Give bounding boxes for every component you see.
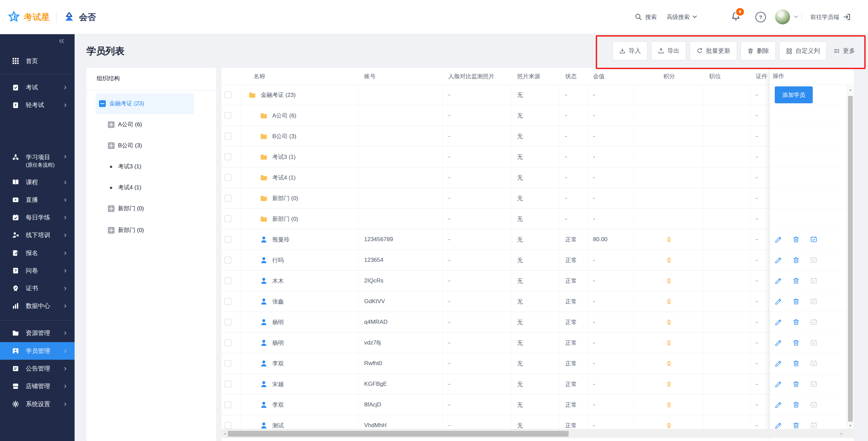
sidebar-collapse-icon[interactable] — [59, 35, 64, 46]
certificate-check-icon[interactable] — [810, 277, 817, 285]
sidebar-item-announcement[interactable]: 公告管理 — [0, 360, 75, 377]
points-link[interactable]: 0 — [667, 257, 670, 264]
tree-node-exam4[interactable]: 考试4 (1) — [86, 177, 216, 198]
delete-icon[interactable] — [792, 380, 800, 388]
edit-icon[interactable] — [775, 401, 782, 408]
points-link[interactable]: 0 — [667, 298, 670, 305]
advanced-search-button[interactable]: 高级搜索 — [667, 0, 697, 34]
collapse-node-icon[interactable] — [99, 100, 106, 107]
row-checkbox[interactable] — [224, 339, 231, 346]
scroll-down-icon[interactable] — [847, 422, 854, 429]
row-checkbox[interactable] — [224, 422, 231, 429]
sidebar-item-certificate[interactable]: 证书 — [0, 279, 75, 297]
student-portal-link[interactable]: 前往学员端 — [810, 0, 851, 34]
vertical-scrollbar[interactable] — [847, 85, 854, 429]
tree-node-finance[interactable]: 金融考证 (23) — [86, 93, 216, 114]
sidebar-item-shop[interactable]: 店铺管理 — [0, 377, 75, 395]
sidebar-item-light-exam[interactable]: 轻考试 — [0, 96, 75, 114]
row-checkbox[interactable] — [224, 91, 231, 98]
scroll-up-icon[interactable] — [847, 86, 854, 93]
delete-icon[interactable] — [792, 277, 800, 285]
delete-button[interactable]: 删除 — [741, 41, 776, 60]
delete-icon[interactable] — [792, 401, 800, 408]
sidebar-item-survey[interactable]: ? 问卷 — [0, 262, 75, 279]
sidebar-item-data-center[interactable]: 数据中心 — [0, 297, 75, 315]
row-checkbox[interactable] — [224, 360, 231, 367]
expand-node-icon[interactable] — [108, 227, 115, 234]
points-link[interactable]: 0 — [667, 360, 670, 367]
points-link[interactable]: 0 — [667, 339, 670, 346]
vertical-scrollbar-thumb[interactable] — [848, 96, 853, 422]
row-checkbox[interactable] — [224, 298, 231, 305]
row-checkbox[interactable] — [224, 133, 231, 140]
expand-node-icon[interactable] — [108, 121, 115, 128]
more-button[interactable]: 更多 — [830, 41, 859, 60]
delete-icon[interactable] — [792, 298, 800, 305]
sidebar-item-resource[interactable]: 资源管理 — [0, 324, 75, 342]
row-checkbox[interactable] — [224, 277, 231, 284]
delete-icon[interactable] — [792, 318, 800, 326]
delete-icon[interactable] — [792, 256, 800, 264]
tree-node-new-dept-1[interactable]: 新部门 (0) — [86, 198, 216, 219]
scroll-right-icon[interactable] — [838, 429, 845, 438]
search-button[interactable]: 搜索 — [635, 0, 657, 34]
delete-icon[interactable] — [792, 236, 800, 243]
certificate-check-icon[interactable] — [810, 318, 817, 326]
tree-node-company-a[interactable]: A公司 (6) — [86, 114, 216, 135]
row-checkbox[interactable] — [224, 401, 231, 408]
edit-icon[interactable] — [775, 277, 782, 285]
edit-icon[interactable] — [775, 318, 782, 326]
certificate-check-icon[interactable] — [810, 380, 817, 388]
sidebar-item-offline-training[interactable]: 线下培训 — [0, 226, 75, 244]
edit-icon[interactable] — [775, 298, 782, 305]
certificate-check-icon[interactable] — [810, 298, 817, 305]
delete-icon[interactable] — [792, 422, 800, 429]
sidebar-item-settings[interactable]: 系统设置 — [0, 395, 75, 413]
import-button[interactable]: 导入 — [612, 41, 648, 60]
expand-node-icon[interactable] — [108, 142, 115, 149]
edit-icon[interactable] — [775, 236, 782, 243]
delete-icon[interactable] — [792, 339, 800, 346]
sidebar-item-signup[interactable]: 报名 — [0, 244, 75, 262]
add-student-button[interactable]: 添加学员 — [775, 86, 813, 103]
sidebar-item-learning-project[interactable]: 学习项目 (原任务流程) — [0, 149, 75, 173]
edit-icon[interactable] — [775, 422, 782, 429]
certificate-check-icon[interactable] — [810, 422, 817, 429]
certificate-check-icon[interactable] — [810, 339, 817, 346]
custom-columns-button[interactable]: 自定义列 — [779, 41, 827, 60]
delete-icon[interactable] — [792, 360, 800, 367]
points-link[interactable]: 0 — [667, 277, 670, 284]
edit-icon[interactable] — [775, 380, 782, 388]
row-checkbox[interactable] — [224, 195, 231, 202]
points-link[interactable]: 0 — [667, 401, 670, 408]
sidebar-item-daily-practice[interactable]: 每日学练 — [0, 209, 75, 226]
certificate-check-icon[interactable] — [810, 236, 817, 243]
sidebar-item-live[interactable]: 直播 — [0, 191, 75, 209]
points-link[interactable]: 0 — [667, 319, 670, 326]
points-link[interactable]: 0 — [667, 236, 670, 243]
edit-icon[interactable] — [775, 339, 782, 346]
row-checkbox[interactable] — [224, 215, 231, 222]
edit-icon[interactable] — [775, 256, 782, 264]
points-link[interactable]: 0 — [667, 381, 670, 387]
sidebar-item-student-management[interactable]: 学员管理 — [0, 342, 75, 360]
sidebar-item-home[interactable]: 首页 — [0, 52, 75, 70]
certificate-check-icon[interactable] — [810, 256, 817, 264]
certificate-check-icon[interactable] — [810, 360, 817, 367]
scroll-left-icon[interactable] — [221, 429, 228, 438]
row-checkbox[interactable] — [224, 319, 231, 326]
user-menu[interactable] — [775, 0, 798, 34]
edit-icon[interactable] — [775, 360, 782, 367]
expand-node-icon[interactable] — [108, 205, 115, 212]
horizontal-scrollbar[interactable] — [221, 429, 854, 438]
row-checkbox[interactable] — [224, 174, 231, 181]
sidebar-item-exam[interactable]: 考试 — [0, 79, 75, 96]
row-checkbox[interactable] — [224, 236, 231, 243]
tree-node-exam3[interactable]: 考试3 (1) — [86, 156, 216, 177]
batch-update-button[interactable]: 批量更新 — [690, 41, 737, 60]
row-checkbox[interactable] — [224, 381, 231, 387]
horizontal-scrollbar-thumb[interactable] — [228, 431, 569, 437]
tree-node-new-dept-2[interactable]: 新部门 (0) — [86, 220, 216, 241]
export-button[interactable]: 导出 — [651, 41, 686, 60]
row-checkbox[interactable] — [224, 257, 231, 264]
